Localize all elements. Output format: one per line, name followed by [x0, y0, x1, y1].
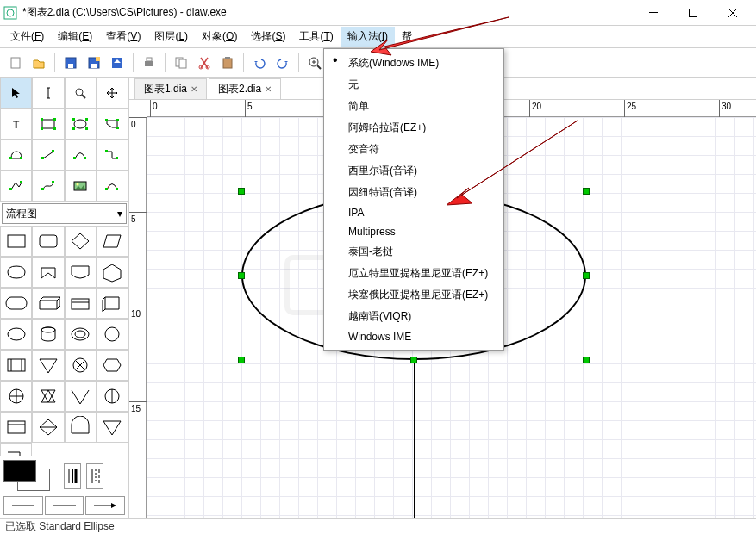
tab-close-icon[interactable]: ✕: [265, 84, 272, 94]
menu-V[interactable]: 查看(V): [99, 27, 147, 47]
ime-option[interactable]: 系统(Windows IME): [324, 53, 503, 74]
tab-close-icon[interactable]: ✕: [191, 84, 197, 94]
menu-O[interactable]: 对象(O): [195, 27, 244, 47]
arc-tool[interactable]: [65, 140, 97, 171]
flowchart-shape-12[interactable]: [0, 319, 32, 350]
image-tool[interactable]: [65, 171, 97, 202]
flowchart-shape-16[interactable]: [0, 350, 32, 381]
flowchart-shape-23[interactable]: [97, 381, 128, 412]
selection-handle[interactable]: [583, 188, 590, 195]
flowchart-shape-4[interactable]: [0, 257, 32, 288]
ime-option[interactable]: 阿姆哈拉语(EZ+): [324, 117, 503, 139]
ime-option[interactable]: 越南语(VIQR): [324, 306, 503, 327]
document-tab[interactable]: 图表1.dia✕: [134, 78, 207, 99]
ime-option[interactable]: 泰国-老挝: [324, 241, 503, 263]
document-tab[interactable]: 图表2.dia✕: [209, 78, 281, 99]
menu-8[interactable]: 帮: [395, 27, 419, 47]
magnify-tool[interactable]: [65, 78, 97, 109]
menu-E[interactable]: 编辑(E): [51, 27, 99, 47]
copy-button[interactable]: [171, 53, 191, 73]
flowchart-shape-22[interactable]: [65, 381, 97, 412]
line-style-picker[interactable]: [86, 463, 103, 489]
polyline-tool[interactable]: [0, 171, 32, 202]
text-tool[interactable]: T: [0, 109, 32, 140]
ime-option[interactable]: 埃塞俄比亚提格里尼亚语(EZ+): [324, 284, 503, 306]
flowchart-shape-26[interactable]: [65, 412, 97, 443]
outline-tool[interactable]: [97, 171, 128, 202]
zigzag-tool[interactable]: [97, 140, 128, 171]
menu-T[interactable]: 工具(T): [292, 27, 340, 47]
selection-handle[interactable]: [238, 188, 245, 195]
flowchart-shape-15[interactable]: [97, 319, 128, 350]
undo-button[interactable]: [249, 53, 270, 73]
flowchart-shape-20[interactable]: [0, 381, 32, 412]
flowchart-shape-18[interactable]: [65, 350, 97, 381]
ime-option[interactable]: 无: [324, 74, 503, 96]
flowchart-shape-2[interactable]: [65, 226, 97, 257]
flowchart-shape-13[interactable]: [32, 319, 64, 350]
minimize-button[interactable]: [634, 0, 673, 26]
zoom-in-button[interactable]: [304, 53, 325, 73]
print-button[interactable]: [139, 53, 159, 73]
ime-option[interactable]: IPA: [324, 203, 503, 222]
flowchart-shape-11[interactable]: [97, 288, 128, 319]
pointer-tool[interactable]: [0, 78, 32, 109]
shape-category-dropdown[interactable]: 流程图 ▾: [2, 203, 127, 224]
selection-handle[interactable]: [583, 272, 590, 279]
flowchart-shape-27[interactable]: [97, 412, 128, 443]
flowchart-shape-3[interactable]: [97, 226, 128, 257]
close-button[interactable]: [713, 0, 753, 26]
flowchart-shape-14[interactable]: [65, 319, 97, 350]
bezier-tool[interactable]: [32, 171, 64, 202]
flowchart-shape-9[interactable]: [32, 288, 64, 319]
flowchart-shape-8[interactable]: [0, 288, 32, 319]
export-button[interactable]: [107, 53, 128, 73]
flowchart-shape-7[interactable]: [97, 257, 128, 288]
line-mid-picker[interactable]: [45, 496, 84, 515]
beziergon-tool[interactable]: [0, 140, 32, 171]
menu-S[interactable]: 选择(S): [244, 27, 292, 47]
ime-option[interactable]: 厄立特里亚提格里尼亚语(EZ+): [324, 263, 503, 284]
selection-handle[interactable]: [410, 357, 417, 363]
ime-option[interactable]: Windows IME: [324, 327, 503, 346]
ime-option[interactable]: Multipress: [324, 222, 503, 241]
vertical-line-shape[interactable]: [414, 358, 415, 518]
fg-color-swatch[interactable]: [3, 460, 36, 482]
end-arrow-picker[interactable]: [85, 496, 125, 515]
menu-F[interactable]: 文件(F): [3, 27, 51, 47]
selection-handle[interactable]: [238, 357, 245, 363]
flowchart-shape-17[interactable]: [32, 350, 64, 381]
polygon-tool[interactable]: [97, 109, 128, 140]
flowchart-shape-25[interactable]: [32, 412, 64, 443]
flowchart-shape-6[interactable]: [65, 257, 97, 288]
selection-handle[interactable]: [583, 357, 590, 363]
open-button[interactable]: [28, 53, 49, 73]
line-width-picker[interactable]: [64, 463, 81, 489]
ime-option[interactable]: 因纽特语(音译): [324, 182, 503, 203]
menu-L[interactable]: 图层(L): [147, 27, 195, 47]
selection-handle[interactable]: [238, 272, 245, 279]
flowchart-shape-19[interactable]: [97, 350, 128, 381]
ime-option[interactable]: 变音符: [324, 139, 503, 160]
save-button[interactable]: [60, 53, 81, 73]
scroll-tool[interactable]: [97, 78, 128, 109]
flowchart-shape-28[interactable]: [0, 443, 32, 456]
save-as-button[interactable]: [84, 53, 104, 73]
text-cursor-tool[interactable]: [32, 78, 64, 109]
flowchart-shape-24[interactable]: [0, 412, 32, 443]
ime-option[interactable]: 简单: [324, 96, 503, 117]
flowchart-shape-5[interactable]: [32, 257, 64, 288]
line-tool[interactable]: [32, 140, 64, 171]
ellipse-tool[interactable]: [65, 109, 97, 140]
flowchart-shape-0[interactable]: [0, 226, 32, 257]
redo-button[interactable]: [272, 53, 293, 73]
start-arrow-picker[interactable]: [3, 496, 43, 515]
flowchart-shape-10[interactable]: [65, 288, 97, 319]
paste-button[interactable]: [217, 53, 238, 73]
ime-option[interactable]: 西里尔语(音译): [324, 160, 503, 182]
flowchart-shape-1[interactable]: [32, 226, 64, 257]
box-tool[interactable]: [32, 109, 64, 140]
menu-I[interactable]: 输入法(I): [341, 27, 395, 47]
maximize-button[interactable]: [673, 0, 713, 26]
flowchart-shape-21[interactable]: [32, 381, 64, 412]
